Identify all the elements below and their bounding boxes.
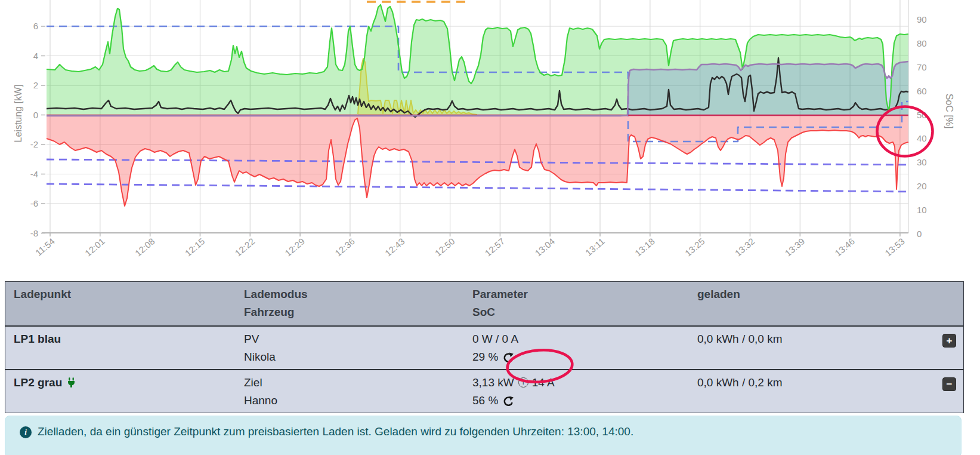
header-parameter: Parameter <box>472 285 697 303</box>
x-tick-label: 13:25 <box>683 236 707 258</box>
alert-text: Zielladen, da ein günstiger Zeitpunkt zu… <box>38 425 633 438</box>
x-tick-label: 12:29 <box>283 236 307 258</box>
y-right-tick-label: 40 <box>917 133 927 143</box>
series-limit-dashed-low <box>47 184 908 192</box>
table-row-lp2: LP2 grau Ziel Hanno 3,13 kW <box>5 369 963 413</box>
power-value: 3,13 kW <box>472 374 514 392</box>
x-tick-label: 13:39 <box>783 236 807 258</box>
openwb-status-screen: 11:5412:0112:0812:1512:2212:2912:3612:43… <box>0 0 980 455</box>
y-right-tick-label: 80 <box>917 38 927 48</box>
chargepoint-name: LP1 blau <box>14 330 244 348</box>
header-lademodus: Lademodus <box>244 285 472 303</box>
target-charging-alert: i Zielladen, da ein günstiger Zeitpunkt … <box>5 416 962 455</box>
info-icon: i <box>20 426 32 438</box>
header-soc: SoC <box>472 303 697 321</box>
y-right-tick-label: 70 <box>917 62 927 72</box>
chargepoint-table: Ladepunkt Lademodus Fahrzeug Parameter S… <box>5 281 964 413</box>
current-limit-value: 14 A <box>532 374 555 392</box>
expand-chargepoint-button[interactable]: + <box>942 334 956 348</box>
chargepoint-name: LP2 grau <box>14 374 62 392</box>
table-row-lp1: LP1 blau PV Nikola 0 W / 0 A 29 % <box>5 325 963 369</box>
collapse-chargepoint-button[interactable]: − <box>942 377 956 391</box>
x-tick-label: 12:15 <box>183 236 207 258</box>
left-axis-title: Leistung [kW] <box>13 85 23 143</box>
y-right-tick-label: 10 <box>917 205 927 215</box>
y-left-tick-label: 8 <box>33 0 38 2</box>
x-tick-label: 13:18 <box>633 236 657 258</box>
x-tick-label: 12:01 <box>83 236 107 258</box>
charged-value: 0,0 kWh / 0,0 km <box>697 330 930 348</box>
right-axis-title: SoC [%] <box>944 94 954 129</box>
y-right-tick-label: 20 <box>917 181 927 191</box>
y-left-tick-label: 4 <box>33 51 38 61</box>
y-right-tick-label: 50 <box>917 110 927 120</box>
x-tick-label: 13:11 <box>583 236 607 257</box>
charged-value: 0,0 kWh / 0,2 km <box>697 374 930 392</box>
y-left-tick-label: -8 <box>30 228 38 238</box>
y-left-tick-label: -2 <box>30 139 38 149</box>
x-tick-label: 13:53 <box>883 236 907 258</box>
y-right-tick-label: 0 <box>917 229 922 239</box>
header-ladepunkt: Ladepunkt <box>14 285 244 303</box>
table-header-row: Ladepunkt Lademodus Fahrzeug Parameter S… <box>5 282 963 325</box>
x-tick-label: 13:04 <box>533 236 557 258</box>
plug-connected-icon <box>67 377 76 389</box>
y-left-tick-label: 2 <box>33 80 38 90</box>
y-left-tick-label: -6 <box>30 198 38 208</box>
x-tick-label: 12:50 <box>433 236 457 258</box>
charge-mode: Ziel <box>244 374 472 392</box>
x-tick-label: 13:32 <box>733 236 757 258</box>
power-soc-chart: 11:5412:0112:0812:1512:2212:2912:3612:43… <box>0 0 980 270</box>
x-tick-label: 12:36 <box>333 236 357 258</box>
header-fahrzeug: Fahrzeug <box>244 303 472 321</box>
x-tick-label: 12:43 <box>383 236 407 258</box>
soc-refresh-icon[interactable] <box>502 352 514 364</box>
soc-value: 29 % <box>472 348 498 366</box>
soc-value: 56 % <box>472 392 498 410</box>
x-tick-label: 13:46 <box>833 236 857 258</box>
y-left-tick-label: -4 <box>30 169 38 179</box>
power-value: 0 W / 0 A <box>472 330 697 348</box>
vehicle-name: Hanno <box>244 392 472 410</box>
info-circle-icon: i <box>518 377 528 388</box>
y-right-tick-label: 60 <box>917 86 927 96</box>
soc-refresh-icon[interactable] <box>502 396 514 407</box>
x-tick-label: 12:57 <box>483 236 507 258</box>
header-geladen: geladen <box>697 285 930 303</box>
x-tick-label: 12:22 <box>233 236 257 258</box>
x-tick-label: 11:54 <box>33 236 57 257</box>
y-left-tick-label: 6 <box>33 21 38 31</box>
x-tick-label: 12:08 <box>133 236 157 258</box>
vehicle-name: Nikola <box>244 348 472 366</box>
y-right-tick-label: 30 <box>917 157 927 167</box>
y-left-tick-label: 0 <box>33 110 38 120</box>
y-right-tick-label: 90 <box>917 14 927 24</box>
charge-mode: PV <box>244 330 472 348</box>
